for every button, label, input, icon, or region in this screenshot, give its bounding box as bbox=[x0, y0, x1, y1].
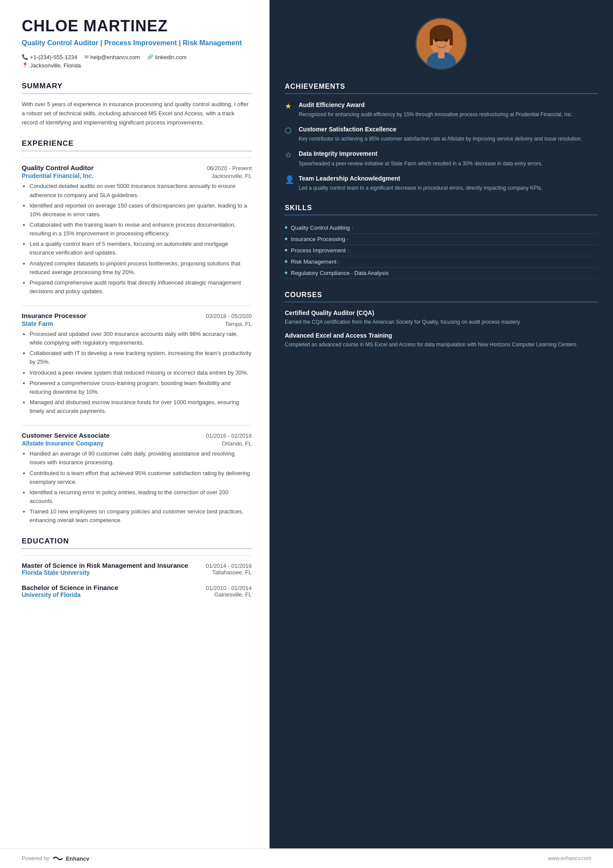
achievement-desc-1: Recognized for enhancing audit efficienc… bbox=[299, 111, 573, 118]
course-desc-2: Completed an advanced course in MS Excel… bbox=[285, 341, 598, 349]
achievement-title-2: Customer Satisfaction Excellence bbox=[299, 125, 582, 133]
footer: Powered by Enhancv www.enhancv.com bbox=[0, 848, 613, 868]
edu-school-row-2: University of Florida Gainesville, FL bbox=[22, 591, 252, 598]
course-1: Certified Quality Auditor (CQA) Earned t… bbox=[285, 309, 598, 326]
logo-mark-icon bbox=[52, 855, 64, 862]
course-desc-1: Earned the CQA certification from the Am… bbox=[285, 318, 598, 326]
achievement-content-4: Team Leadership Acknowledgment Led a qua… bbox=[299, 174, 543, 192]
achievement-title-4: Team Leadership Acknowledgment bbox=[299, 174, 543, 182]
edu-degree-2: Bachelor of Science in Finance bbox=[22, 584, 206, 591]
job-header-2: Insurance Processor 03/2018 - 05/2020 bbox=[22, 312, 252, 319]
svg-rect-3 bbox=[430, 33, 433, 46]
footer-right: www.enhancv.com bbox=[548, 855, 591, 861]
job-title-2: Insurance Processor bbox=[22, 312, 86, 319]
edu-school-row-1: Florida State University Tallahassee, FL bbox=[22, 569, 252, 576]
header-section: CHLOE MARTINEZ Quality Control Auditor |… bbox=[22, 17, 252, 69]
bullet-item: Collaborated with the training team to r… bbox=[30, 221, 252, 238]
email-address: help@enhancv.com bbox=[90, 54, 140, 60]
svg-point-8 bbox=[445, 39, 448, 42]
achievements-title: ACHIEVEMENTS bbox=[285, 83, 598, 94]
location-text: Jacksonville, Florida bbox=[30, 62, 81, 69]
location-line: 📍 Jacksonville, Florida bbox=[22, 62, 252, 69]
edu-header-1: Master of Science in Risk Management and… bbox=[22, 562, 252, 569]
phone-number: +1-(234)-555-1234 bbox=[30, 54, 77, 60]
phone-item: 📞 +1-(234)-555-1234 bbox=[22, 54, 77, 60]
left-column: CHLOE MARTINEZ Quality Control Auditor |… bbox=[0, 0, 270, 848]
job-company-row-2: State Farm Tampa, FL bbox=[22, 320, 252, 327]
website-item: 🔗 linkedin.com bbox=[147, 54, 187, 60]
education-section: EDUCATION Master of Science in Risk Mana… bbox=[22, 537, 252, 598]
skill-5: Regulatory Compliance · Data Analysis bbox=[285, 268, 598, 279]
contact-line: 📞 +1-(234)-555-1234 ✉ help@enhancv.com 🔗… bbox=[22, 54, 252, 60]
bullet-item: Identified and reported on average 150 c… bbox=[30, 201, 252, 219]
enhancv-logo: Enhancv bbox=[52, 855, 89, 862]
edu-school-1: Florida State University bbox=[22, 569, 90, 576]
edu-entry-1: Master of Science in Risk Management and… bbox=[22, 562, 252, 576]
bullet-item: Handled an average of 80 customer calls … bbox=[30, 449, 252, 467]
shield-icon: ⬡ bbox=[285, 126, 294, 143]
brand-name: Enhancv bbox=[66, 855, 89, 862]
skill-1: Quality Control Auditing · bbox=[285, 222, 598, 234]
job-dates-2: 03/2018 - 05/2020 bbox=[206, 313, 252, 319]
skill-dot-icon bbox=[285, 238, 287, 240]
location-icon: 📍 bbox=[22, 62, 28, 68]
courses-section: COURSES Certified Quality Auditor (CQA) … bbox=[285, 291, 598, 349]
job-title-1: Quality Control Auditor bbox=[22, 164, 93, 171]
edu-school-2: University of Florida bbox=[22, 591, 80, 598]
experience-title: EXPERIENCE bbox=[22, 139, 252, 151]
edu-entry-2: Bachelor of Science in Finance 01/2010 -… bbox=[22, 584, 252, 598]
achievement-2: ⬡ Customer Satisfaction Excellence Key c… bbox=[285, 125, 598, 143]
bullet-item: Managed and disbursed escrow insurance f… bbox=[30, 398, 252, 416]
job-bullets-1: Conducted detailed audits on over 5000 i… bbox=[22, 182, 252, 296]
job-dates-1: 06/2020 - Present bbox=[207, 165, 252, 171]
bullet-item: Led a quality control team of 5 members,… bbox=[30, 240, 252, 257]
email-icon: ✉ bbox=[84, 54, 89, 60]
skill-dot-icon bbox=[285, 226, 287, 229]
job-dates-3: 01/2016 - 02/2018 bbox=[206, 432, 252, 439]
skill-label-5: Regulatory Compliance · Data Analysis bbox=[291, 270, 389, 276]
education-title: EDUCATION bbox=[22, 537, 252, 549]
job-entry-3: Customer Service Associate 01/2016 - 02/… bbox=[22, 425, 252, 525]
company-name-2: State Farm bbox=[22, 320, 53, 327]
course-title-2: Advanced Excel and Access Training bbox=[285, 332, 598, 339]
skill-dot-icon bbox=[285, 249, 287, 251]
job-entry-2: Insurance Processor 03/2018 - 05/2020 St… bbox=[22, 305, 252, 416]
skill-dot-icon bbox=[285, 271, 287, 274]
bullet-item: Collaborated with IT to develop a new tr… bbox=[30, 349, 252, 366]
achievement-content-2: Customer Satisfaction Excellence Key con… bbox=[299, 125, 582, 143]
avatar bbox=[415, 17, 467, 70]
bullet-item: Processed and updated over 300 insurance… bbox=[30, 330, 252, 347]
job-location-1: Jacksonville, FL bbox=[212, 173, 252, 179]
achievement-desc-4: Led a quality control team to a signific… bbox=[299, 184, 543, 192]
job-bullets-2: Processed and updated over 300 insurance… bbox=[22, 330, 252, 416]
summary-section: SUMMARY With over 5 years of experience … bbox=[22, 82, 252, 127]
job-company-row-1: Prudential Financial, Inc. Jacksonville,… bbox=[22, 172, 252, 179]
bullet-item: Introduced a peer-review system that red… bbox=[30, 369, 252, 377]
job-header-3: Customer Service Associate 01/2016 - 02/… bbox=[22, 432, 252, 439]
bullet-item: Trained 10 new employees on company poli… bbox=[30, 507, 252, 525]
phone-icon: 📞 bbox=[22, 54, 28, 60]
achievement-4: 👤 Team Leadership Acknowledgment Led a q… bbox=[285, 174, 598, 192]
bullet-item: Prepared comprehensive audit reports tha… bbox=[30, 278, 252, 296]
bullet-item: Identified a recurring error in policy e… bbox=[30, 488, 252, 506]
job-bullets-3: Handled an average of 80 customer calls … bbox=[22, 449, 252, 525]
job-header-1: Quality Control Auditor 06/2020 - Presen… bbox=[22, 164, 252, 171]
edu-header-2: Bachelor of Science in Finance 01/2010 -… bbox=[22, 584, 252, 591]
skill-4: Risk Management · bbox=[285, 256, 598, 268]
company-name-3: Allstate Insurance Company bbox=[22, 440, 103, 447]
edu-degree-1: Master of Science in Risk Management and… bbox=[22, 562, 206, 569]
achievement-1: ★ Audit Efficiency Award Recognized for … bbox=[285, 101, 598, 118]
edu-dates-1: 01/2014 - 01/2016 bbox=[206, 563, 252, 569]
skills-section: SKILLS Quality Control Auditing · Insura… bbox=[285, 204, 598, 279]
skills-title: SKILLS bbox=[285, 204, 598, 215]
achievement-title-1: Audit Efficiency Award bbox=[299, 101, 573, 109]
candidate-name: CHLOE MARTINEZ bbox=[22, 17, 252, 35]
skill-3: Process Improvement · bbox=[285, 245, 598, 256]
svg-rect-6 bbox=[438, 51, 444, 58]
bullet-item: Contributed to a team effort that achiev… bbox=[30, 469, 252, 486]
skill-label-4: Risk Management · bbox=[291, 258, 340, 265]
company-name-1: Prudential Financial, Inc. bbox=[22, 172, 93, 179]
achievement-title-3: Data Integrity Improvement bbox=[299, 150, 543, 158]
achievement-desc-3: Spearheaded a peer-review initiative at … bbox=[299, 160, 543, 168]
skill-label-2: Insurance Processing · bbox=[291, 236, 348, 242]
